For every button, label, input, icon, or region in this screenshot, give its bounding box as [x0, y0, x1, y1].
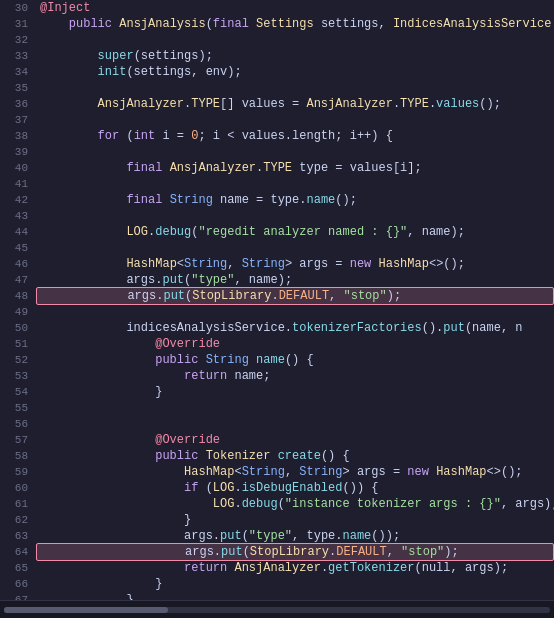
line-number: 66	[0, 576, 36, 592]
line-content: AnsjAnalyzer.TYPE[] values = AnsjAnalyze…	[36, 96, 554, 112]
table-row: 34 init(settings, env);	[0, 64, 554, 80]
line-number: 36	[0, 96, 36, 112]
line-number: 61	[0, 496, 36, 512]
table-row: 30@Inject	[0, 0, 554, 16]
table-row: 39	[0, 144, 554, 160]
scrollbar[interactable]	[0, 600, 554, 618]
line-number: 53	[0, 368, 36, 384]
table-row: 35	[0, 80, 554, 96]
line-number: 40	[0, 160, 36, 176]
table-row: 47 args.put("type", name);	[0, 272, 554, 288]
line-number: 51	[0, 336, 36, 352]
line-content: }	[36, 592, 554, 600]
line-content: LOG.debug("instance tokenizer args : {}"…	[36, 496, 554, 512]
table-row: 41	[0, 176, 554, 192]
line-number: 58	[0, 448, 36, 464]
line-content: for (int i = 0; i < values.length; i++) …	[36, 128, 554, 144]
table-row: 44 LOG.debug("regedit analyzer named : {…	[0, 224, 554, 240]
line-content: }	[36, 512, 554, 528]
line-number: 62	[0, 512, 36, 528]
line-content: public Tokenizer create() {	[36, 448, 554, 464]
line-number: 46	[0, 256, 36, 272]
line-number: 57	[0, 432, 36, 448]
scrollbar-track[interactable]	[4, 607, 550, 613]
line-content: return AnsjAnalyzer.getTokenizer(null, a…	[36, 560, 554, 576]
line-content: @Override	[36, 432, 554, 448]
line-number: 56	[0, 416, 36, 432]
line-content: HashMap<String, String> args = new HashM…	[36, 256, 554, 272]
table-row: 67 }	[0, 592, 554, 600]
line-content: @Override	[36, 336, 554, 352]
line-number: 41	[0, 176, 36, 192]
line-number: 33	[0, 48, 36, 64]
table-row: 43	[0, 208, 554, 224]
table-row: 31 public AnsjAnalysis(final Settings se…	[0, 16, 554, 32]
code-editor: 30@Inject31 public AnsjAnalysis(final Se…	[0, 0, 554, 600]
line-number: 64	[0, 544, 36, 560]
table-row: 38 for (int i = 0; i < values.length; i+…	[0, 128, 554, 144]
line-number: 60	[0, 480, 36, 496]
line-content: HashMap<String, String> args = new HashM…	[36, 464, 554, 480]
table-row: 52 public String name() {	[0, 352, 554, 368]
line-number: 43	[0, 208, 36, 224]
line-content: args.put("type", type.name());	[36, 528, 554, 544]
line-content: final AnsjAnalyzer.TYPE type = values[i]…	[36, 160, 554, 176]
table-row: 33 super(settings);	[0, 48, 554, 64]
line-number: 50	[0, 320, 36, 336]
line-content: }	[36, 576, 554, 592]
line-number: 65	[0, 560, 36, 576]
line-number: 42	[0, 192, 36, 208]
table-row: 46 HashMap<String, String> args = new Ha…	[0, 256, 554, 272]
line-content: args.put("type", name);	[36, 272, 554, 288]
line-number: 45	[0, 240, 36, 256]
table-row: 48 args.put(StopLibrary.DEFAULT, "stop")…	[0, 288, 554, 304]
line-number: 63	[0, 528, 36, 544]
table-row: 63 args.put("type", type.name());	[0, 528, 554, 544]
table-row: 62 }	[0, 512, 554, 528]
scrollbar-thumb[interactable]	[4, 607, 168, 613]
table-row: 54 }	[0, 384, 554, 400]
table-row: 55	[0, 400, 554, 416]
table-row: 49	[0, 304, 554, 320]
line-number: 34	[0, 64, 36, 80]
line-content: super(settings);	[36, 48, 554, 64]
line-number: 38	[0, 128, 36, 144]
table-row: 53 return name;	[0, 368, 554, 384]
line-content: if (LOG.isDebugEnabled()) {	[36, 480, 554, 496]
line-number: 54	[0, 384, 36, 400]
line-number: 49	[0, 304, 36, 320]
table-row: 60 if (LOG.isDebugEnabled()) {	[0, 480, 554, 496]
table-row: 45	[0, 240, 554, 256]
line-content: @Inject	[36, 0, 554, 16]
table-row: 36 AnsjAnalyzer.TYPE[] values = AnsjAnal…	[0, 96, 554, 112]
line-number: 37	[0, 112, 36, 128]
table-row: 50 indicesAnalysisService.tokenizerFacto…	[0, 320, 554, 336]
line-number: 44	[0, 224, 36, 240]
line-content: final String name = type.name();	[36, 192, 554, 208]
table-row: 42 final String name = type.name();	[0, 192, 554, 208]
table-row: 57 @Override	[0, 432, 554, 448]
line-number: 30	[0, 0, 36, 16]
line-number: 39	[0, 144, 36, 160]
table-row: 51 @Override	[0, 336, 554, 352]
line-content: args.put(StopLibrary.DEFAULT, "stop");	[36, 543, 554, 561]
line-content: public String name() {	[36, 352, 554, 368]
table-row: 58 public Tokenizer create() {	[0, 448, 554, 464]
line-number: 48	[0, 288, 36, 304]
line-number: 31	[0, 16, 36, 32]
table-row: 37	[0, 112, 554, 128]
line-content: LOG.debug("regedit analyzer named : {}",…	[36, 224, 554, 240]
table-row: 59 HashMap<String, String> args = new Ha…	[0, 464, 554, 480]
table-row: 32	[0, 32, 554, 48]
line-number: 47	[0, 272, 36, 288]
table-row: 56	[0, 416, 554, 432]
line-content: }	[36, 384, 554, 400]
table-row: 66 }	[0, 576, 554, 592]
line-content: return name;	[36, 368, 554, 384]
line-content: public AnsjAnalysis(final Settings setti…	[36, 16, 554, 32]
line-number: 55	[0, 400, 36, 416]
line-number: 59	[0, 464, 36, 480]
line-content: init(settings, env);	[36, 64, 554, 80]
line-content: indicesAnalysisService.tokenizerFactorie…	[36, 320, 554, 336]
line-number: 35	[0, 80, 36, 96]
